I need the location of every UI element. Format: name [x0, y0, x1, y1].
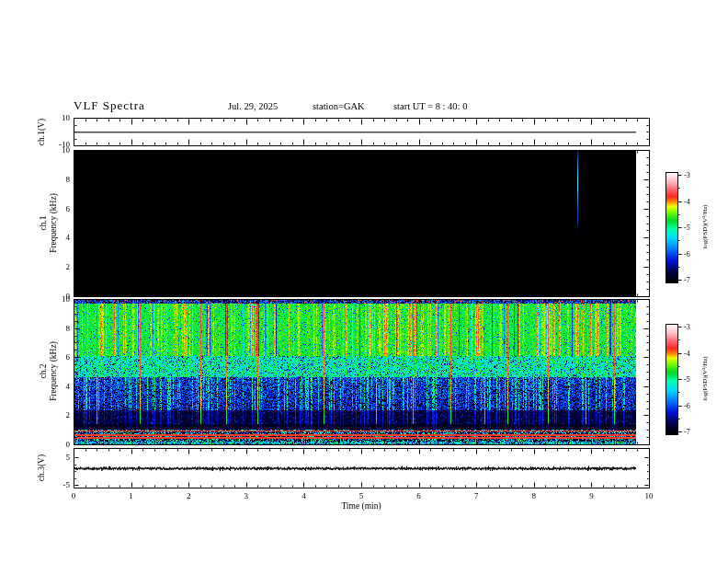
colorbar2-tick-label: -5 [684, 375, 700, 384]
x-axis-tick-label: 10 [641, 491, 657, 500]
x-axis-tick-label: 3 [238, 491, 255, 500]
labels-layer: VLF Spectra Jul. 29, 2025 station=GAK st… [0, 0, 728, 563]
figure-date: Jul. 29, 2025 [228, 101, 278, 111]
ch2_spectrogram-ytick-label: 0 [48, 440, 70, 449]
ch1-voltage-ytick-label: 10 [48, 113, 70, 122]
x-axis-tick-label: 6 [411, 491, 427, 500]
colorbar1-tick-label: -5 [684, 224, 700, 232]
x-axis-tick-label: 4 [295, 491, 312, 500]
colorbar2-unit-label: log(PSD)(V²/Hz) [701, 338, 710, 420]
figure-title: VLF Spectra [74, 98, 145, 113]
ch2_spectrogram-ytick-label: 6 [48, 352, 70, 362]
colorbar2-tick-label: -7 [684, 428, 700, 436]
figure-start-ut: start UT = 8 : 40: 0 [393, 101, 467, 111]
figure-station: station=GAK [313, 101, 365, 111]
ch3-voltage-ylabel: ch.3(V) [37, 431, 47, 505]
ch1-spectrogram-ylabel-line1: ch.1 [39, 168, 49, 279]
ch1_spectrogram-ytick-label: 4 [48, 233, 70, 242]
x-axis-tick-label: 5 [353, 491, 370, 500]
ch1-voltage-ytick-label: -10 [48, 140, 70, 149]
ch2_spectrogram-ytick-label: 4 [48, 382, 70, 391]
ch1_spectrogram-ytick-label: 8 [48, 175, 70, 184]
colorbar2-tick-label: -3 [684, 323, 700, 331]
colorbar1-unit-label: log(PSD)(V²/Hz) [701, 186, 710, 269]
colorbar1-tick-label: -3 [684, 171, 700, 179]
ch2_spectrogram-ytick-label: 10 [48, 294, 70, 304]
x-axis-tick-label: 8 [526, 491, 542, 500]
ch3-voltage-ytick-label: -5 [48, 480, 70, 489]
x-axis-tick-label: 9 [583, 491, 599, 500]
colorbar1-tick-label: -7 [684, 276, 700, 284]
colorbar1-tick-label: -4 [684, 198, 700, 206]
x-axis-tick-label: 2 [180, 491, 197, 500]
ch1-voltage-ylabel: ch.1(V) [37, 96, 47, 169]
ch2-spectrogram-ylabel-line1: ch.2 [39, 316, 49, 427]
ch2_spectrogram-ytick-label: 2 [48, 410, 70, 419]
x-axis-tick-label: 0 [65, 491, 82, 500]
ch3-voltage-ytick-label: 5 [48, 453, 70, 462]
ch1_spectrogram-ytick-label: 2 [48, 262, 70, 271]
colorbar1-tick-label: -6 [684, 250, 700, 259]
colorbar2-tick-label: -6 [684, 402, 700, 410]
x-axis-title: Time (min) [324, 501, 398, 511]
x-axis-tick-label: 1 [123, 491, 140, 500]
x-axis-tick-label: 7 [468, 491, 484, 500]
vlf-spectra-figure: VLF Spectra Jul. 29, 2025 station=GAK st… [0, 0, 728, 563]
colorbar2-tick-label: -4 [684, 350, 700, 358]
ch2_spectrogram-ytick-label: 8 [48, 324, 70, 333]
ch1_spectrogram-ytick-label: 6 [48, 204, 70, 213]
